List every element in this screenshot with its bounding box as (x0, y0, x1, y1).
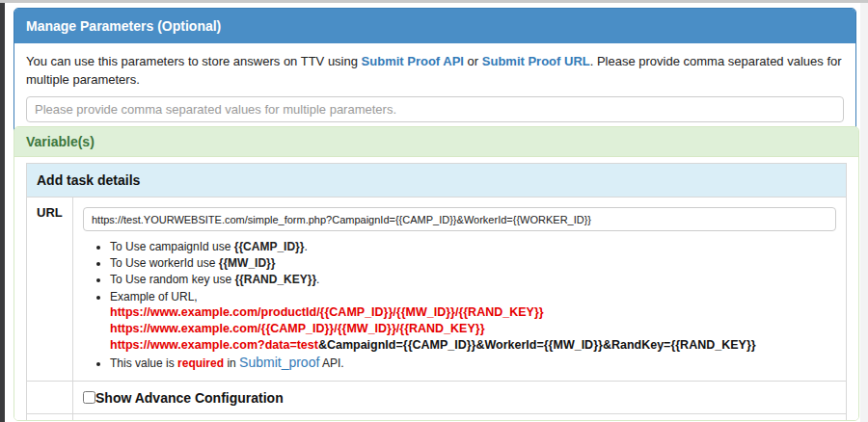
example-url-black: &CampaignId={{CAMP_ID}}&WorkerId={{MW_ID… (318, 338, 756, 352)
url-hints-list: To Use campaignId use {{CAMP_ID}}. To Us… (83, 239, 836, 372)
manage-parameters-body: You can use this parameters to store ans… (14, 43, 855, 134)
url-input[interactable] (83, 207, 836, 231)
manage-parameters-title: Manage Parameters (Optional) (14, 9, 855, 43)
example-url-red: https://www.example.com/productId/{{CAMP… (110, 305, 544, 319)
hint-text: This value is (110, 356, 177, 370)
manage-parameters-panel: Manage Parameters (Optional) You can use… (14, 8, 856, 135)
hint-text: in (224, 356, 239, 370)
show-advance-configuration-label: Show Advance Configuration (95, 390, 284, 406)
task-details-table: Add task details URL To Use campaignId u… (26, 163, 847, 421)
url-label: URL (27, 198, 73, 382)
camp-id-token: {{CAMP_ID}} (234, 240, 305, 253)
submit-proof-api-link[interactable]: Submit Proof API (362, 54, 464, 68)
left-edge-strip (0, 3, 5, 422)
submit-proof-url-link[interactable]: Submit Proof URL (482, 54, 590, 68)
advance-config-cell: Show Advance Configuration (73, 382, 847, 414)
hint-worker-id: To Use workerId use {{MW_ID}} (110, 255, 836, 271)
submit-proof-link[interactable]: Submit_proof (239, 355, 319, 370)
variables-body: Add task details URL To Use campaignId u… (14, 157, 858, 421)
hint-example-of-url: Example of URL, https://www.example.com/… (110, 289, 836, 354)
example-label: Example of URL, (110, 290, 198, 303)
parameters-input[interactable] (26, 96, 844, 122)
description-text-2: or (464, 54, 482, 68)
advance-config-row: Show Advance Configuration (27, 382, 847, 414)
hint-text: To Use random key use (110, 273, 234, 286)
variables-panel: Variable(s) Add task details URL To Use … (14, 126, 859, 421)
add-task-details-header: Add task details (27, 164, 847, 198)
hint-campaign-id: To Use campaignId use {{CAMP_ID}}. (110, 239, 836, 254)
table-header-row: Add task details (27, 164, 847, 198)
url-content-cell: To Use campaignId use {{CAMP_ID}}. To Us… (73, 198, 847, 382)
example-url-1: https://www.example.com/productId/{{CAMP… (110, 304, 836, 321)
hint-text: . (316, 273, 319, 286)
top-edge-strip (0, 0, 868, 3)
rand-key-token: {{RAND_KEY}} (234, 273, 316, 286)
example-url-red: https://www.example.com/{{CAMP_ID}}/{{MW… (110, 322, 485, 335)
example-url-red: https://www.example.com?data=test (110, 338, 318, 352)
hint-required: This value is required in Submit_proof A… (110, 354, 836, 372)
hint-text: API. (319, 356, 343, 370)
example-url-3: https://www.example.com?data=test&Campai… (110, 337, 836, 354)
required-word: required (177, 356, 224, 370)
empty-label-cell (27, 382, 73, 414)
example-url-2: https://www.example.com/{{CAMP_ID}}/{{MW… (110, 321, 836, 337)
mw-id-token: {{MW_ID}} (219, 256, 276, 270)
empty-label-cell (27, 413, 73, 421)
upload-csv-row: You've different URL? Upload CSV (27, 413, 847, 421)
url-row: URL To Use campaignId use {{CAMP_ID}}. T… (27, 198, 847, 382)
description-text-1: You can use this parameters to store ans… (26, 54, 362, 68)
variables-title: Variable(s) (14, 127, 858, 157)
parameters-description: You can use this parameters to store ans… (26, 53, 844, 90)
right-edge-strip (860, 3, 868, 422)
hint-random-key: To Use random key use {{RAND_KEY}}. (110, 272, 836, 287)
upload-csv-cell: You've different URL? Upload CSV (73, 413, 847, 421)
hint-text: To Use campaignId use (110, 240, 234, 253)
hint-text: To Use workerId use (110, 256, 219, 270)
hint-text: . (304, 240, 307, 253)
page: Manage Parameters (Optional) You can use… (0, 0, 868, 422)
show-advance-configuration-checkbox[interactable] (83, 391, 95, 404)
